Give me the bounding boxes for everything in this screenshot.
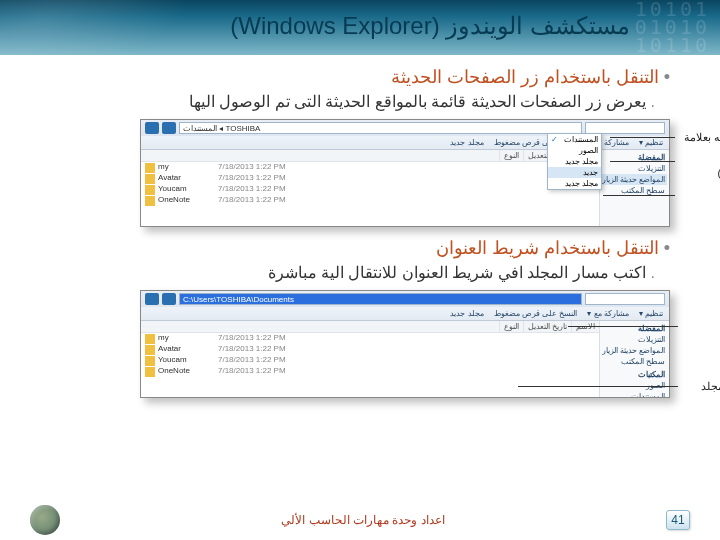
file-pane: الاسم تاريخ التعديل النوع my7/18/2013 1:… — [141, 150, 599, 226]
folder-icon — [145, 345, 155, 355]
tool-burn[interactable]: النسخ على قرص مضغوط — [494, 309, 578, 318]
sidebar-item[interactable]: سطح المكتب — [602, 356, 667, 367]
explorer-screenshot-1: المستندات ◂ TOSHIBA تنظيم ▾ مشاركة مع ▾ … — [140, 119, 670, 227]
annot-path: مسار يصف موقع المجلد(قد يختلف المسار ) — [680, 380, 720, 406]
tool-organize[interactable]: تنظيم ▾ — [639, 309, 663, 318]
folder-icon — [145, 163, 155, 173]
section1-heading: التنقل باستخدام زر الصفحات الحديثة — [20, 66, 670, 88]
explorer-screenshot-2: C:\Users\TOSHIBA\Documents تنظيم ▾ مشارك… — [140, 290, 670, 398]
col-type[interactable]: النوع — [499, 321, 523, 332]
file-row[interactable]: my7/18/2013 1:22 PM — [141, 333, 599, 344]
titlebar: C:\Users\TOSHIBA\Documents — [141, 291, 669, 307]
address-bar-selected[interactable]: C:\Users\TOSHIBA\Documents — [179, 293, 582, 305]
col-type[interactable]: النوع — [499, 150, 523, 161]
section2-heading: التنقل باستخدام شريط العنوان — [20, 237, 670, 259]
col-date[interactable]: تاريخ التعديل — [523, 321, 571, 332]
folder-icon — [145, 196, 155, 206]
column-headers: الاسم تاريخ التعديل النوع — [141, 321, 599, 333]
file-row[interactable]: Avatar7/18/2013 1:22 PM — [141, 173, 599, 184]
folder-icon — [145, 367, 155, 377]
footer-text: اعداد وحدة مهارات الحاسب الألي — [281, 513, 444, 527]
fav-header: المفضلة — [602, 323, 667, 334]
content-area: التنقل باستخدام زر الصفحات الحديثة يعرض … — [20, 60, 700, 408]
annot-recent-list: قائمة بالمواقع الحديثة( قد يختلف على جها… — [675, 154, 720, 180]
tool-share[interactable]: مشاركة مع ▾ — [587, 309, 628, 318]
leader-line — [610, 137, 675, 138]
leader-line — [603, 195, 675, 196]
dropdown-item[interactable]: جديد — [548, 167, 601, 178]
file-row[interactable]: Avatar7/18/2013 1:22 PM — [141, 344, 599, 355]
folder-icon — [145, 185, 155, 195]
screenshot-2-wrap: C:\Users\TOSHIBA\Documents تنظيم ▾ مشارك… — [140, 290, 670, 398]
forward-button[interactable] — [162, 122, 176, 134]
annot-folder-icon: رمز المجلد — [680, 320, 720, 333]
dropdown-item[interactable]: مجلد جديد — [548, 178, 601, 189]
column-headers: الاسم تاريخ التعديل النوع — [141, 150, 599, 162]
file-row[interactable]: Youcam7/18/2013 1:22 PM — [141, 355, 599, 366]
tool-organize[interactable]: تنظيم ▾ — [639, 138, 663, 147]
back-button[interactable] — [145, 122, 159, 134]
section2-sub: اكتب مسار المجلد افي شريط العنوان للانتق… — [20, 263, 655, 282]
annot-recent-button: زر صفحات حديثة — [675, 189, 720, 202]
libs-header: المكتبات — [602, 369, 667, 380]
page-number: 41 — [666, 510, 690, 530]
dropdown-item[interactable]: مجلد جديد — [548, 156, 601, 167]
footer: 41 اعداد وحدة مهارات الحاسب الألي — [0, 506, 720, 534]
dropdown-item[interactable]: الصور — [548, 145, 601, 156]
sidebar-item[interactable]: المستندات — [602, 391, 667, 398]
back-button[interactable] — [145, 293, 159, 305]
screenshot-1-wrap: المستندات ◂ TOSHIBA تنظيم ▾ مشاركة مع ▾ … — [140, 119, 670, 227]
section1-sub: يعرض زر الصفحات الحديثة قائمة بالمواقع ا… — [20, 92, 655, 111]
tool-newfolder[interactable]: مجلد جديد — [450, 309, 483, 318]
leader-line — [568, 326, 678, 327]
dropdown-item-current[interactable]: المستندات — [548, 134, 601, 145]
search-box[interactable] — [585, 293, 665, 305]
file-row[interactable]: OneNote7/18/2013 1:22 PM — [141, 195, 599, 206]
sidebar-item[interactable]: المواضع حديثة الزيارة — [602, 174, 667, 185]
file-row[interactable]: Youcam7/18/2013 1:22 PM — [141, 184, 599, 195]
recent-pages-dropdown[interactable]: المستندات الصور مجلد جديد جديد مجلد جديد — [547, 133, 602, 190]
address-bar[interactable]: المستندات ◂ TOSHIBA — [179, 122, 582, 134]
binary-deco: 101010101010110 — [635, 0, 710, 54]
file-row[interactable]: my7/18/2013 1:22 PM — [141, 162, 599, 173]
folder-icon — [145, 334, 155, 344]
page-title: مستكشف الويندوز (Windows Explorer) — [230, 12, 630, 40]
file-row[interactable]: OneNote7/18/2013 1:22 PM — [141, 366, 599, 377]
leader-line — [610, 161, 675, 162]
forward-button[interactable] — [162, 293, 176, 305]
folder-icon — [145, 356, 155, 366]
sidebar-item[interactable]: التنزيلات — [602, 163, 667, 174]
toolbar: تنظيم ▾ مشاركة مع ▾ النسخ على قرص مضغوط … — [141, 307, 669, 321]
folder-icon — [145, 174, 155, 184]
sidebar-item[interactable]: التنزيلات — [602, 334, 667, 345]
leader-line — [518, 386, 678, 387]
tool-newfolder[interactable]: مجلد جديد — [450, 138, 483, 147]
logo-icon — [30, 505, 60, 535]
sidebar-item[interactable]: المواضع حديثة الزيارة — [602, 345, 667, 356]
